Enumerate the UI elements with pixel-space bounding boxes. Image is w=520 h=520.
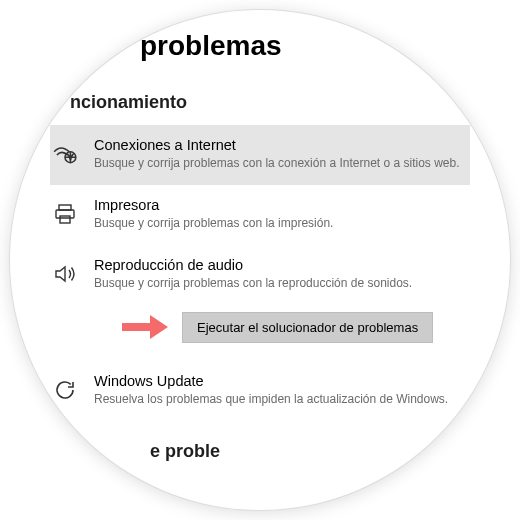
refresh-icon (50, 375, 80, 405)
svg-rect-1 (59, 205, 71, 210)
svg-rect-3 (60, 216, 70, 223)
item-title: Impresora (94, 197, 462, 213)
run-troubleshooter-button[interactable]: Ejecutar el solucionador de problemas (182, 312, 433, 343)
page-title: problemas (140, 30, 470, 62)
troubleshooter-item-windows-update[interactable]: Windows Update Resuelva los problemas qu… (50, 361, 470, 421)
item-desc: Busque y corrija problemas con la conexi… (94, 155, 462, 171)
section-heading: ncionamiento (70, 92, 470, 113)
item-desc: Resuelva los problemas que impiden la ac… (94, 391, 462, 407)
troubleshooter-item-audio[interactable]: Reproducción de audio Busque y corrija p… (50, 245, 470, 305)
svg-rect-2 (56, 210, 74, 218)
troubleshooter-item-internet[interactable]: Conexiones a Internet Busque y corrija p… (50, 125, 470, 185)
item-title: Conexiones a Internet (94, 137, 462, 153)
arrow-annotation-icon (120, 313, 170, 341)
wifi-globe-icon (50, 139, 80, 169)
partial-heading: e proble (150, 441, 470, 462)
printer-icon (50, 199, 80, 229)
speaker-icon (50, 259, 80, 289)
troubleshooter-item-printer[interactable]: Impresora Busque y corrija problemas con… (50, 185, 470, 245)
item-title: Windows Update (94, 373, 462, 389)
item-desc: Busque y corrija problemas con la reprod… (94, 275, 462, 291)
item-title: Reproducción de audio (94, 257, 462, 273)
item-desc: Busque y corrija problemas con la impres… (94, 215, 462, 231)
